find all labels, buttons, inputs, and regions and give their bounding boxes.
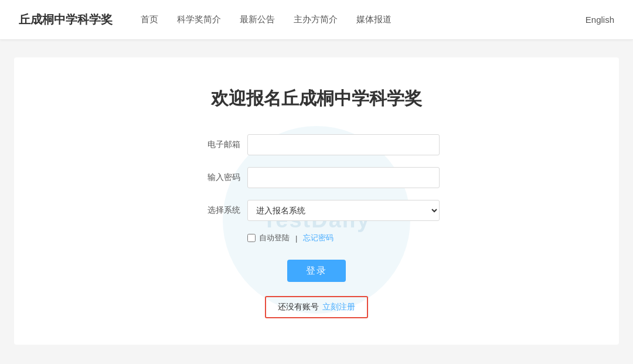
page-title: 欢迎报名丘成桐中学科学奖 [211,87,422,111]
auto-login-row: 自动登陆 | 忘记密码 [247,233,440,243]
password-input[interactable] [247,167,440,188]
password-label: 输入密码 [193,172,240,183]
register-row: 还没有账号 立刻注册 [193,296,440,318]
auto-login-checkbox[interactable] [247,234,256,242]
main-content: TestDaily 欢迎报名丘成桐中学科学奖 电子邮箱 输入密码 选择系统 进入… [0,40,633,362]
register-box: 还没有账号 立刻注册 [265,296,368,318]
nav-news[interactable]: 最新公告 [240,14,275,25]
brand-logo[interactable]: 丘成桐中学科学奖 [19,12,113,28]
login-button[interactable]: 登录 [287,260,346,282]
login-card: TestDaily 欢迎报名丘成桐中学科学奖 电子邮箱 输入密码 选择系统 进入… [14,57,619,345]
email-row: 电子邮箱 [193,134,440,155]
email-input[interactable] [247,134,440,155]
nav-media[interactable]: 媒体报道 [356,14,392,25]
system-select[interactable]: 进入报名系统 [247,200,440,221]
nav-home[interactable]: 首页 [141,14,158,25]
system-row: 选择系统 进入报名系统 [193,200,440,221]
divider: | [295,234,297,243]
login-form: 电子邮箱 输入密码 选择系统 进入报名系统 自动登陆 | 忘记密码 [193,134,440,318]
register-link[interactable]: 立刻注册 [322,302,355,312]
register-text: 还没有账号 [278,302,319,312]
nav-intro[interactable]: 科学奖简介 [177,14,221,25]
password-row: 输入密码 [193,167,440,188]
nav-menu: 首页 科学奖简介 最新公告 主办方简介 媒体报道 [141,14,586,25]
system-label: 选择系统 [193,205,240,216]
email-label: 电子邮箱 [193,140,240,150]
navbar: 丘成桐中学科学奖 首页 科学奖简介 最新公告 主办方简介 媒体报道 Englis… [0,0,633,40]
forgot-password-link[interactable]: 忘记密码 [303,233,333,243]
language-switcher[interactable]: English [586,15,614,25]
nav-host[interactable]: 主办方简介 [294,14,338,25]
auto-login-label: 自动登陆 [259,233,290,243]
login-btn-row: 登录 [193,260,440,282]
